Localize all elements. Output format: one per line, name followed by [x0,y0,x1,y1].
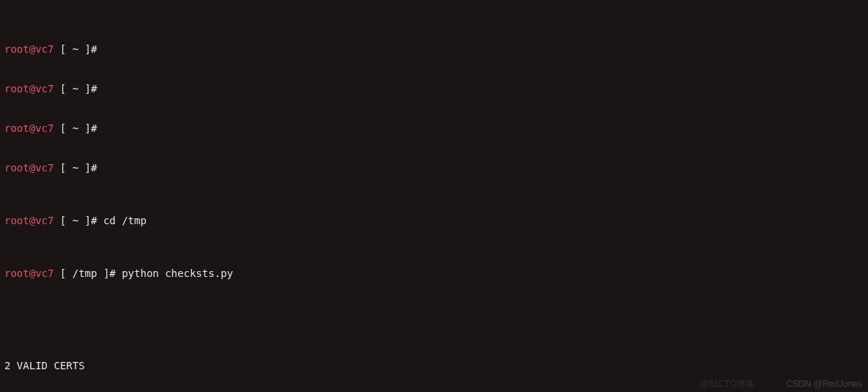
prompt-line: root@vc7 [ ~ ]# [4,122,864,135]
path-tmp: /tmp [73,267,98,279]
bracket-close: ]# [97,267,122,279]
bracket-close: ]# [78,162,103,174]
path-home: ~ [73,215,78,226]
userhost: root@vc7 [4,162,54,174]
prompt-line-cd: root@vc7 [ ~ ]# cd /tmp [4,214,864,227]
userhost: root@vc7 [4,215,54,226]
path-home: ~ [73,162,78,174]
path-home: ~ [73,83,78,95]
blank-line [4,306,864,319]
path-home: ~ [73,43,78,55]
bracket-open: [ [54,267,72,279]
bracket-open: [ [54,43,72,55]
prompt-line: root@vc7 [ ~ ]# [4,82,864,95]
bracket-open: [ [54,162,72,174]
bracket-open: [ [54,215,72,226]
watermark-cto: @51CTO博客 [699,377,754,391]
prompt-line: root@vc7 [ ~ ]# [4,42,864,56]
bracket-open: [ [54,83,72,95]
bracket-close: ]# [78,43,103,55]
bracket-close: ]# [78,83,103,95]
prompt-line-run: root@vc7 [ /tmp ]# python checksts.py [4,267,864,280]
userhost: root@vc7 [4,122,54,134]
userhost: root@vc7 [4,43,54,55]
bracket-open: [ [54,122,72,134]
userhost: root@vc7 [4,83,54,95]
command-cd: cd /tmp [103,215,147,226]
valid-heading: 2 VALID CERTS [4,359,864,372]
prompt-line: root@vc7 [ ~ ]# [4,161,864,174]
bracket-close: ]# [78,122,103,134]
userhost: root@vc7 [4,267,54,279]
terminal[interactable]: root@vc7 [ ~ ]# root@vc7 [ ~ ]# root@vc7… [0,0,868,392]
watermark-csdn: CSDN @RedJones [786,377,862,391]
path-home: ~ [73,122,78,134]
bracket-close: ]# [78,215,103,226]
command-run: python checksts.py [122,267,233,279]
